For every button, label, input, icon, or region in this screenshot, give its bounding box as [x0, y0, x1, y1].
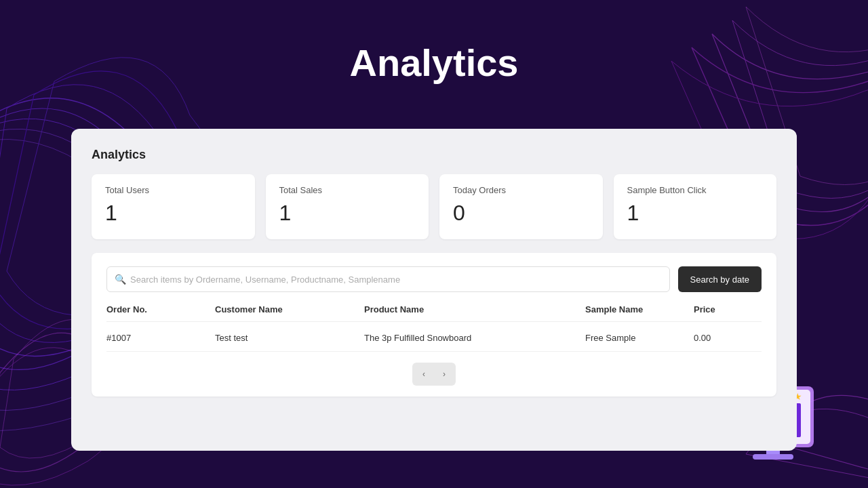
content-panel: 🔍 Search by date Order No. Customer Name… [92, 253, 776, 396]
table-header: Order No. Customer Name Product Name Sam… [106, 304, 762, 322]
col-product-name: Product Name [364, 304, 585, 314]
pagination-next-button[interactable]: › [435, 365, 454, 384]
pagination-controls: ‹ › [412, 363, 456, 386]
stat-label-0: Total Users [105, 185, 241, 195]
stat-card-2: Today Orders 0 [439, 174, 603, 239]
cell-product-name: The 3p Fulfilled Snowboard [364, 333, 585, 343]
stat-label-3: Sample Button Click [627, 185, 764, 195]
pagination-prev-button[interactable]: ‹ [414, 365, 433, 384]
stat-value-0: 1 [105, 201, 241, 226]
analytics-heading: Analytics [92, 148, 776, 162]
cell-order-no: #1007 [106, 333, 215, 343]
stat-value-3: 1 [627, 201, 764, 226]
col-customer-name: Customer Name [215, 304, 364, 314]
stat-label-1: Total Sales [279, 185, 416, 195]
stat-value-2: 0 [453, 201, 589, 226]
cell-price: 0.00 [694, 333, 762, 343]
stat-card-0: Total Users 1 [92, 174, 255, 239]
pagination-row: ‹ › [106, 363, 762, 386]
table-container: Order No. Customer Name Product Name Sam… [106, 304, 762, 352]
search-input[interactable] [106, 266, 670, 292]
main-card: Analytics Total Users 1 Total Sales 1 To… [71, 129, 797, 451]
svg-rect-9 [753, 454, 793, 460]
stats-row: Total Users 1 Total Sales 1 Today Orders… [92, 174, 776, 239]
col-sample-name: Sample Name [585, 304, 694, 314]
search-icon: 🔍 [115, 274, 126, 285]
stat-value-1: 1 [279, 201, 416, 226]
stat-label-2: Today Orders [453, 185, 589, 195]
search-row: 🔍 Search by date [106, 266, 762, 292]
table-row: #1007 Test test The 3p Fulfilled Snowboa… [106, 325, 762, 352]
cell-customer-name: Test test [215, 333, 364, 343]
search-wrapper: 🔍 [106, 266, 670, 292]
col-order-no: Order No. [106, 304, 215, 314]
page-title: Analytics [350, 41, 519, 85]
stat-card-1: Total Sales 1 [266, 174, 429, 239]
stat-card-3: Sample Button Click 1 [614, 174, 777, 239]
col-price: Price [694, 304, 762, 314]
search-by-date-button[interactable]: Search by date [678, 266, 762, 292]
cell-sample-name: Free Sample [585, 333, 694, 343]
